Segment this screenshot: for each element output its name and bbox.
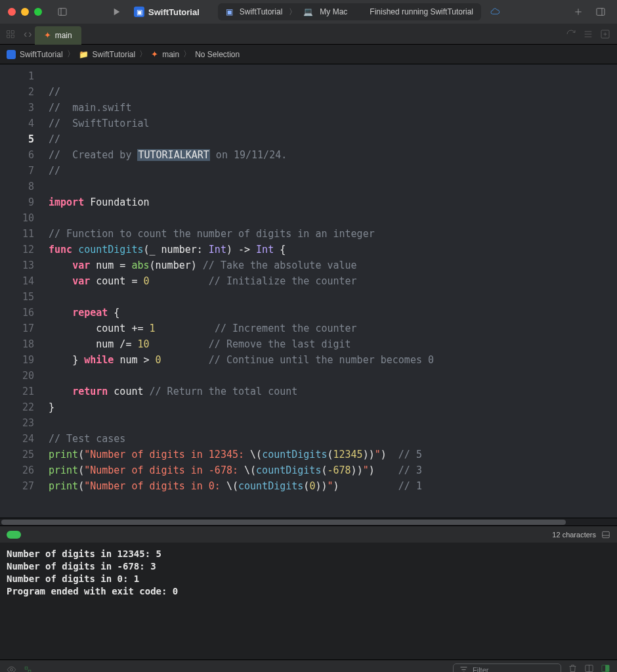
tab-filename: main	[55, 31, 72, 40]
forward-button[interactable]: ›	[28, 28, 32, 40]
debug-toolbar: Filter	[0, 660, 617, 672]
horizontal-scrollbar[interactable]	[0, 518, 617, 526]
cloud-status-icon[interactable]	[486, 5, 503, 19]
back-button[interactable]: ‹	[24, 28, 27, 40]
crumb-folder[interactable]: SwiftTutorial	[93, 50, 136, 59]
svg-rect-4	[597, 9, 605, 16]
scheme-selector[interactable]: ▣ SwiftTutorial	[134, 7, 200, 17]
status-device: My Mac	[320, 7, 347, 16]
filter-placeholder: Filter	[473, 666, 488, 673]
adjust-editor-icon[interactable]	[583, 29, 593, 39]
run-button[interactable]	[108, 5, 125, 19]
svg-rect-7	[11, 30, 14, 33]
filter-menu-icon[interactable]	[459, 665, 469, 672]
status-text: Finished running SwiftTutorial	[370, 7, 473, 16]
svg-rect-28	[606, 665, 610, 672]
scrollbar-thumb[interactable]	[1, 520, 566, 525]
debug-indicator-icon[interactable]	[23, 665, 33, 672]
breakpoint-toggle[interactable]	[7, 531, 21, 539]
svg-rect-8	[7, 35, 10, 37]
related-items-button[interactable]	[0, 30, 21, 39]
svg-rect-19	[25, 667, 28, 669]
app-icon: ▣	[134, 7, 144, 17]
console-filter-field[interactable]: Filter	[453, 663, 561, 673]
refresh-icon[interactable]	[566, 29, 576, 39]
trash-button[interactable]	[568, 663, 578, 672]
eye-icon[interactable]	[7, 665, 16, 672]
scheme-name: SwiftTutorial	[148, 7, 200, 17]
toggle-preview-icon[interactable]	[601, 530, 610, 539]
debug-bar: 12 characters	[0, 526, 617, 543]
source-editor[interactable]: 1234567891011121314151617181920212223242…	[0, 64, 617, 518]
toggle-console-view[interactable]	[601, 663, 610, 672]
zoom-window-button[interactable]	[34, 8, 42, 16]
svg-point-18	[11, 669, 13, 671]
toggle-variables-view[interactable]	[584, 663, 594, 672]
status-scheme: SwiftTutorial	[240, 7, 283, 16]
close-window-button[interactable]	[8, 8, 16, 16]
svg-rect-6	[7, 30, 10, 33]
add-tab-button[interactable]	[570, 5, 587, 19]
selection-info: 12 characters	[552, 531, 596, 539]
editor-tab-main[interactable]: ✦ main	[35, 26, 81, 45]
swift-file-icon: ✦	[151, 49, 158, 59]
svg-rect-9	[11, 35, 14, 37]
selected-text[interactable]: TUTORIALKART	[137, 149, 209, 161]
svg-rect-0	[58, 9, 66, 16]
crumb-file[interactable]: main	[162, 50, 179, 59]
line-gutter[interactable]: 1234567891011121314151617181920212223242…	[0, 64, 41, 518]
history-nav: ‹ ›	[24, 28, 32, 40]
tab-bar: ‹ › ✦ main	[0, 24, 617, 45]
console-output[interactable]: Number of digits in 12345: 5 Number of d…	[0, 543, 617, 660]
library-button[interactable]	[592, 5, 609, 19]
project-icon	[7, 50, 16, 59]
jump-bar[interactable]: SwiftTutorial 〉 📁 SwiftTutorial 〉 ✦ main…	[0, 45, 617, 64]
svg-rect-16	[603, 531, 610, 537]
code-area[interactable]: // // main.swift // SwiftTutorial // // …	[41, 64, 617, 518]
titlebar: ▣ SwiftTutorial ▣ SwiftTutorial 〉 💻 My M…	[0, 0, 617, 24]
add-editor-icon[interactable]	[600, 29, 610, 39]
window-controls	[8, 8, 42, 16]
toggle-navigator-button[interactable]	[54, 5, 71, 19]
crumb-selection[interactable]: No Selection	[195, 50, 240, 59]
minimize-window-button[interactable]	[21, 8, 29, 16]
folder-icon: 📁	[79, 50, 89, 59]
activity-status[interactable]: ▣ SwiftTutorial 〉 💻 My Mac Finished runn…	[218, 3, 481, 20]
swift-file-icon: ✦	[44, 30, 51, 40]
crumb-project[interactable]: SwiftTutorial	[20, 50, 63, 59]
